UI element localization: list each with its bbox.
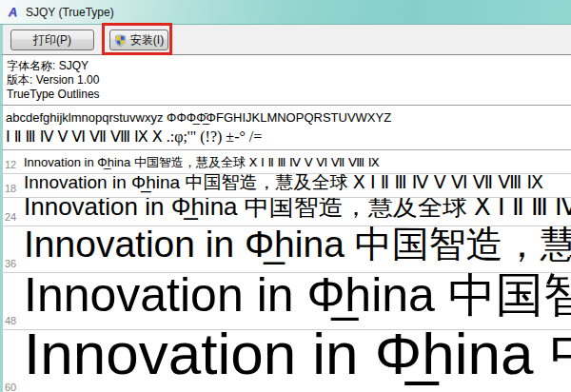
size-label: 24 [3, 211, 24, 225]
preview-row-36: 36 Innovation in Φ̲hina 中国智造，慧及全球 Ⅹ Ⅰ Ⅱ … [0, 226, 571, 273]
size-label: 60 [3, 382, 24, 392]
size-label: 18 [3, 183, 24, 197]
preview-text: Innovation in Φ̲hina 中国智造，慧及全球 Ⅹ Ⅰ Ⅱ Ⅲ Ⅳ… [24, 198, 571, 225]
font-info-panel: 字体名称: SJQY 版本: Version 1.00 TrueType Out… [0, 55, 571, 106]
font-viewer-icon: A [6, 5, 20, 19]
font-version-line: 版本: Version 1.00 [7, 73, 571, 88]
size-label: 36 [3, 258, 24, 272]
font-name-line: 字体名称: SJQY [7, 59, 571, 73]
print-button[interactable]: 打印(P) [10, 29, 94, 50]
uac-shield-icon [114, 34, 127, 47]
font-viewer-window: A SJQY (TrueType) 打印(P) 安装(I) 字体名称: SJQY… [0, 0, 571, 392]
preview-text: Innovation in Φ̲hina 中国智造，慧及全球 Ⅹ Ⅰ Ⅱ Ⅲ Ⅳ… [24, 330, 571, 392]
preview-row-18: 18 Innovation in Φ̲hina 中国智造，慧及全球 Ⅹ Ⅰ Ⅱ … [0, 174, 571, 198]
preview-text: Innovation in Φ̲hina 中国智造，慧及全球 Ⅹ Ⅰ Ⅱ Ⅲ Ⅳ… [24, 154, 380, 173]
preview-row-12: 12 Innovation in Φ̲hina 中国智造，慧及全球 Ⅹ Ⅰ Ⅱ … [0, 150, 571, 174]
window-title: SJQY (TrueType) [26, 6, 114, 19]
toolbar: 打印(P) 安装(I) [0, 25, 571, 55]
preview-text: Innovation in Φ̲hina 中国智造，慧及全球 Ⅹ Ⅰ Ⅱ Ⅲ Ⅳ… [24, 174, 543, 197]
preview-row-48: 48 Innovation in Φ̲hina 中国智造，慧及全球 Ⅹ Ⅰ Ⅱ … [0, 273, 571, 330]
preview-row-24: 24 Innovation in Φ̲hina 中国智造，慧及全球 Ⅹ Ⅰ Ⅱ … [0, 198, 571, 226]
alphabet-sample-line: abcdefghijklmnopqrstuvwxyz ΦΦΦ̲Φ̲̄ΦFGHIJ… [6, 109, 571, 127]
size-label: 48 [3, 315, 24, 329]
glyph-sample-panel: abcdefghijklmnopqrstuvwxyz ΦΦΦ̲Φ̲̄ΦFGHIJ… [0, 106, 571, 150]
size-label: 12 [3, 159, 24, 173]
font-outline-line: TrueType Outlines [7, 88, 571, 102]
install-button[interactable]: 安装(I) [109, 29, 168, 50]
install-button-label: 安装(I) [130, 32, 164, 49]
titlebar[interactable]: A SJQY (TrueType) [0, 0, 571, 25]
preview-text: Innovation in Φ̲hina 中国智造，慧及全球 Ⅹ Ⅰ Ⅱ Ⅲ Ⅳ… [24, 273, 571, 329]
preview-text: Innovation in Φ̲hina 中国智造，慧及全球 Ⅹ Ⅰ Ⅱ Ⅲ Ⅳ… [24, 226, 571, 272]
preview-row-60: 60 Innovation in Φ̲hina 中国智造，慧及全球 Ⅹ Ⅰ Ⅱ … [0, 330, 571, 392]
numerals-sample-line: Ⅰ Ⅱ Ⅲ Ⅳ Ⅴ Ⅵ Ⅶ Ⅷ Ⅸ Ⅹ .:φ;'" (!?) ±-° /= [6, 127, 571, 147]
